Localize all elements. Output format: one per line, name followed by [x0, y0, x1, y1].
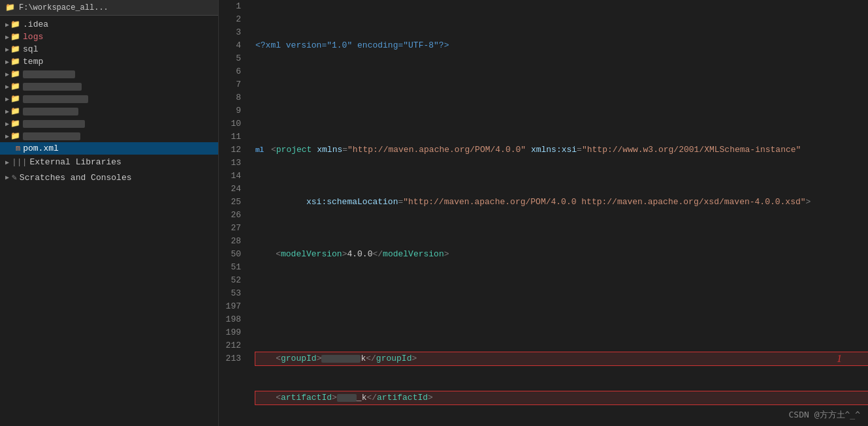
code-text: xmlns	[312, 144, 342, 157]
code-line-8: <artifactId> _k</artifactId>	[255, 391, 868, 404]
sidebar-item-b4[interactable]: ▶ 📁	[0, 105, 218, 117]
sidebar-item-label: temp	[23, 57, 43, 67]
arrow-icon: ▶	[5, 108, 9, 115]
sidebar-item-label	[23, 132, 80, 140]
sidebar-item-label	[23, 108, 78, 115]
arrow-icon: ▶	[5, 174, 9, 181]
sidebar-item-label: .idea	[23, 20, 48, 29]
editor-scroll[interactable]: 1 2 3 4 5 6 7 8 9 10 11 12 13 14 24 25 2…	[219, 0, 868, 426]
watermark: CSDN @方方土^_^	[789, 409, 860, 421]
arrow-icon: ▶	[5, 21, 9, 29]
folder-icon: 📁	[10, 57, 20, 67]
code-line-6	[255, 300, 868, 313]
sidebar-tree: ▶ 📁 .idea ▶ 📁 logs ▶ 📁 sql ▶ 📁 temp ▶ 📁	[0, 16, 218, 426]
arrow-icon: ▶	[5, 33, 9, 41]
sidebar-item-b6[interactable]: ▶ 📁	[0, 130, 218, 142]
sidebar-item-label: logs	[23, 32, 43, 42]
folder-icon: 📁	[10, 106, 20, 116]
folder-icon: 📁	[5, 3, 15, 12]
folder-icon: 📁	[10, 20, 20, 29]
arrow-icon: ▶	[5, 70, 9, 78]
code-text: <	[255, 352, 281, 365]
sidebar-item-pom-xml[interactable]: m pom.xml	[0, 142, 218, 155]
code-text: <	[255, 391, 281, 404]
folder-icon: 📁	[10, 94, 20, 104]
code-line-5: <modelVersion>4.0.0</modelVersion>	[255, 248, 868, 261]
sidebar-item-label: Scratches and Consoles	[20, 173, 132, 183]
code-line-7: <groupId> k</groupId> 1	[255, 352, 868, 365]
arrow-icon: ▶	[5, 159, 9, 166]
folder-icon: 📁	[10, 44, 20, 54]
sidebar-item-idea[interactable]: ▶ 📁 .idea	[0, 18, 218, 31]
folder-icon: 📁	[10, 119, 20, 129]
arrow-icon: ▶	[5, 120, 9, 128]
sidebar-item-label: External Libraries	[29, 157, 121, 167]
sidebar-title: F:\workspace_all...	[19, 3, 108, 12]
sidebar: 📁 F:\workspace_all... ▶ 📁 .idea ▶ 📁 logs…	[0, 0, 219, 426]
folder-icon: 📁	[10, 82, 20, 91]
editor: 1 2 3 4 5 6 7 8 9 10 11 12 13 14 24 25 2…	[219, 0, 868, 426]
sidebar-item-label	[23, 83, 82, 91]
sidebar-item-b1[interactable]: ▶ 📁	[0, 68, 218, 80]
line-numbers: 1 2 3 4 5 6 7 8 9 10 11 12 13 14 24 25 2…	[219, 0, 250, 426]
arrow-icon: ▶	[5, 95, 9, 103]
sidebar-item-label: pom.xml	[23, 144, 59, 153]
arrow-icon: ▶	[5, 132, 9, 140]
code-line-3: ml <project xmlns="http://maven.apache.o…	[255, 144, 868, 157]
code-line-2	[255, 91, 868, 104]
sidebar-item-logs[interactable]: ▶ 📁 logs	[0, 31, 218, 43]
code-area[interactable]: <?xml version="1.0" encoding="UTF-8"?> m…	[250, 0, 868, 426]
code-line-4: xsi:schemaLocation="http://maven.apache.…	[255, 196, 868, 209]
code-text: xsi:schemaLocation	[255, 196, 398, 209]
sidebar-item-label	[23, 120, 85, 128]
arrow-icon: ▶	[5, 83, 9, 91]
sidebar-item-b2[interactable]: ▶ 📁	[0, 80, 218, 93]
code-text: <?xml version="1.0" encoding="UTF-8"?>	[255, 39, 449, 52]
sidebar-item-sql[interactable]: ▶ 📁 sql	[0, 43, 218, 55]
sidebar-header: 📁 F:\workspace_all...	[0, 0, 218, 16]
sidebar-item-scratches-consoles[interactable]: ▶ ✎ Scratches and Consoles	[0, 170, 218, 185]
folder-icon: 📁	[10, 32, 20, 42]
sidebar-item-b5[interactable]: ▶ 📁	[0, 117, 218, 130]
folder-icon: 📁	[10, 69, 20, 79]
sidebar-item-external-libraries[interactable]: ▶ ||| External Libraries	[0, 155, 218, 170]
code-line-1: <?xml version="1.0" encoding="UTF-8"?>	[255, 39, 868, 52]
xml-file-icon: m	[16, 144, 20, 153]
sidebar-item-temp[interactable]: ▶ 📁 temp	[0, 55, 218, 68]
code-text: project	[276, 144, 312, 157]
arrow-icon: ▶	[5, 46, 9, 53]
arrow-icon: ▶	[5, 58, 9, 66]
sidebar-item-b3[interactable]: ▶ 📁	[0, 93, 218, 105]
folder-icon: 📁	[10, 131, 20, 141]
annotation-1: 1	[837, 352, 842, 365]
sidebar-item-label: sql	[23, 44, 38, 54]
sidebar-item-label	[23, 95, 88, 103]
scratches-icon: ✎	[12, 172, 17, 183]
code-text: <	[266, 144, 276, 157]
code-text: <	[255, 248, 281, 261]
sidebar-item-label	[23, 70, 75, 78]
library-icon: |||	[12, 157, 27, 167]
ml-mark: ml	[255, 144, 264, 157]
